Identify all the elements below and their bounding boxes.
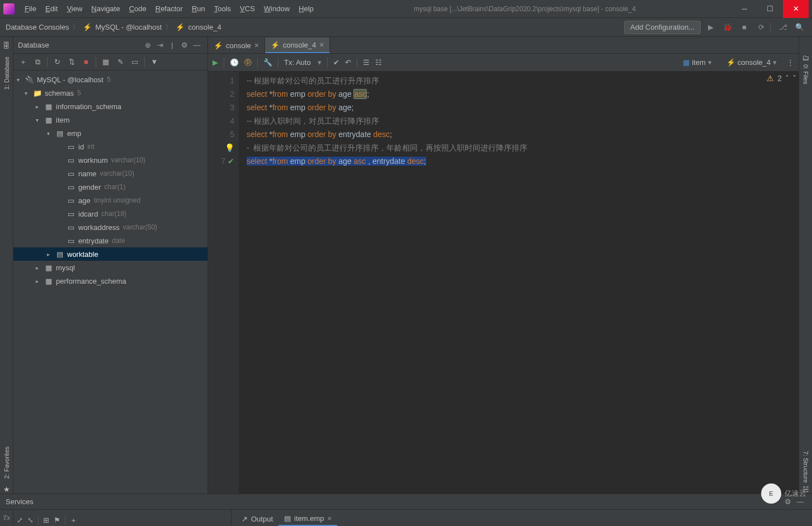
favorites-icon[interactable]: ★ — [3, 485, 10, 494]
plan-icon[interactable]: ☷ — [375, 58, 382, 67]
menu-navigate[interactable]: Navigate — [87, 4, 124, 13]
git-icon[interactable]: ⎇ — [776, 21, 790, 34]
editor-tab[interactable]: ⚡console_4× — [265, 37, 330, 53]
result-tab[interactable]: ▤item.emp× — [278, 511, 337, 526]
grid-icon[interactable]: ▦ — [100, 56, 112, 68]
tree-row[interactable]: ▾▦item — [13, 113, 207, 126]
tx-icon[interactable]: Tx — [3, 513, 10, 522]
console-selector[interactable]: ⚡console_4▾ — [722, 58, 781, 67]
refresh-icon[interactable]: ↻ — [51, 56, 63, 68]
tree-row[interactable]: ▾📁schemas5 — [13, 86, 207, 100]
search-icon[interactable]: 🔍 — [793, 21, 806, 34]
tree-row[interactable]: ▭agetinyint unsigned — [13, 194, 207, 207]
editor-area: ⚡console×⚡console_4× ▶ 🕓 ⓟ 🔧 Tx: Auto▾ ✔… — [208, 37, 799, 494]
tree-row[interactable]: ▭idcardchar(18) — [13, 207, 207, 220]
collapse-icon[interactable]: ⤡ — [27, 516, 34, 524]
stop-icon[interactable]: ■ — [738, 21, 751, 34]
close-icon[interactable]: × — [254, 41, 259, 50]
services-title: Services — [6, 497, 782, 506]
page-watermark: E亿速云 — [761, 483, 806, 504]
breadcrumb-item[interactable]: console_4 — [188, 23, 221, 31]
expand-icon[interactable]: ⤢ — [17, 516, 23, 524]
menu-tools[interactable]: Tools — [210, 4, 235, 13]
result-tab[interactable]: ↗Output — [236, 511, 278, 526]
breadcrumb-item[interactable]: Database Consoles — [6, 23, 69, 31]
menu-edit[interactable]: Edit — [41, 4, 62, 13]
update-icon[interactable]: ⟳ — [754, 21, 768, 34]
sidebar-tab-structure[interactable]: 7: Structure — [802, 449, 809, 485]
app-logo — [3, 3, 15, 15]
menu-file[interactable]: File — [20, 4, 41, 13]
editor-tabs: ⚡console×⚡console_4× — [208, 37, 799, 54]
hide-icon[interactable]: — — [191, 41, 203, 49]
tree-row[interactable]: ▭genderchar(1) — [13, 180, 207, 194]
sidebar-tab-favorites[interactable]: 2: Favorites — [3, 444, 10, 481]
settings-icon[interactable]: 🔧 — [263, 58, 272, 67]
commit-icon[interactable]: ✔ — [333, 58, 339, 67]
database-tool-icon[interactable]: 🗄 — [3, 41, 10, 50]
menu-run[interactable]: Run — [187, 4, 210, 13]
menu-window[interactable]: Window — [259, 4, 294, 13]
result-area: ↗Output▤item.emp× |◂ ◂ 16 rows▾ ▸ ▸| ⟳ ＋… — [232, 510, 812, 526]
tree-row[interactable]: ▭workaddressvarchar(50) — [13, 220, 207, 234]
gear-icon[interactable]: ⚙ — [178, 41, 191, 49]
right-gutter: 🗂 0: Files 7: Structure ☵ — [799, 37, 812, 494]
tree-row[interactable]: ▭entrydatedate — [13, 234, 207, 247]
tree-row[interactable]: ▸▦mysql — [13, 261, 207, 274]
services-tree: ⤢ ⤡ ⊞ ⚑ ＋ ▾🔌MySQL - @localhost▭default15… — [13, 510, 232, 526]
more-icon[interactable]: ⋮ — [787, 58, 794, 67]
menu-view[interactable]: View — [62, 4, 87, 13]
duplicate-icon[interactable]: ⧉ — [31, 56, 44, 68]
tx-mode[interactable]: Tx: Auto — [284, 58, 311, 67]
database-panel: Database ⊕ ⇥ | ⚙ — ＋ ⧉ ↻ ⇅ ■ ▦ ✎ ▭ ▼ ▾🔌M… — [13, 37, 208, 494]
breadcrumb-item[interactable]: MySQL - @localhost — [95, 23, 162, 31]
add-icon[interactable]: ＋ — [70, 515, 77, 525]
sidebar-tab-database[interactable]: 1: Database — [3, 54, 10, 92]
warning-icon[interactable]: ⚠ — [767, 74, 774, 83]
edit-icon[interactable]: ✎ — [114, 56, 126, 68]
sync-icon[interactable]: ⇅ — [65, 56, 78, 68]
code-editor[interactable]: 12345💡7 ✔ ⚠ 2 ˄ ˅ -- 根据年龄对公司的员工进行升序排序sel… — [208, 72, 799, 494]
sidebar-tab-files[interactable]: 0: Files — [802, 62, 809, 86]
console-icon[interactable]: ▭ — [129, 56, 141, 68]
stop-icon[interactable]: ■ — [80, 56, 92, 68]
tree-row[interactable]: ▭idint — [13, 140, 207, 153]
tree-row[interactable]: ▸▤worktable — [13, 247, 207, 261]
collapse-icon[interactable]: ⇥ — [154, 41, 166, 49]
history-icon[interactable]: 🕓 — [230, 58, 239, 67]
services-panel: Services ⚙ — Tx ✔ ↶ ■ ☰ ⤢ ⤡ ⊞ ⚑ ＋ ▾🔌MySQ… — [0, 494, 812, 526]
prev-icon[interactable]: ˄ — [785, 74, 789, 83]
maximize-button[interactable]: ☐ — [757, 0, 783, 18]
flag-icon[interactable]: ⚑ — [54, 516, 60, 524]
tree-row[interactable]: ▭worknumvarchar(10) — [13, 153, 207, 167]
editor-tab[interactable]: ⚡console× — [208, 37, 265, 53]
tree-row[interactable]: ▸▦information_schema — [13, 100, 207, 113]
add-icon[interactable]: ＋ — [17, 56, 29, 68]
menu-help[interactable]: Help — [294, 4, 318, 13]
tree-row[interactable]: ▸▦performance_schema — [13, 274, 207, 288]
filter-icon[interactable]: ▼ — [148, 56, 160, 68]
explain-icon[interactable]: ☰ — [363, 58, 370, 67]
execute-icon[interactable]: ▶ — [213, 58, 218, 67]
menu-vcs[interactable]: VCS — [235, 4, 259, 13]
left-gutter: 🗄 1: Database 2: Favorites ★ — [0, 37, 13, 494]
menu-code[interactable]: Code — [125, 4, 151, 13]
tree-row[interactable]: ▭namevarchar(10) — [13, 167, 207, 180]
profile-icon[interactable]: ⓟ — [244, 58, 252, 68]
rollback-icon[interactable]: ↶ — [345, 58, 351, 67]
close-icon[interactable]: × — [319, 40, 324, 49]
minimize-button[interactable]: ─ — [731, 0, 757, 18]
menu-refactor[interactable]: Refactor — [151, 4, 187, 13]
target-icon[interactable]: ⊕ — [141, 41, 154, 49]
navbar: Database Consoles〉 ⚡MySQL - @localhost〉 … — [0, 18, 812, 37]
run-icon[interactable]: ▶ — [704, 21, 717, 34]
schema-selector[interactable]: ▦item▾ — [678, 58, 716, 67]
files-icon[interactable]: 🗂 — [802, 54, 809, 62]
next-icon[interactable]: ˅ — [792, 74, 796, 83]
close-button[interactable]: ✕ — [783, 0, 809, 18]
tree-row[interactable]: ▾▤emp — [13, 126, 207, 140]
group-icon[interactable]: ⊞ — [43, 516, 49, 524]
tree-row[interactable]: ▾🔌MySQL - @localhost5 — [13, 73, 207, 86]
debug-icon[interactable]: 🐞 — [721, 21, 734, 34]
add-configuration-button[interactable]: Add Configuration... — [624, 21, 701, 34]
